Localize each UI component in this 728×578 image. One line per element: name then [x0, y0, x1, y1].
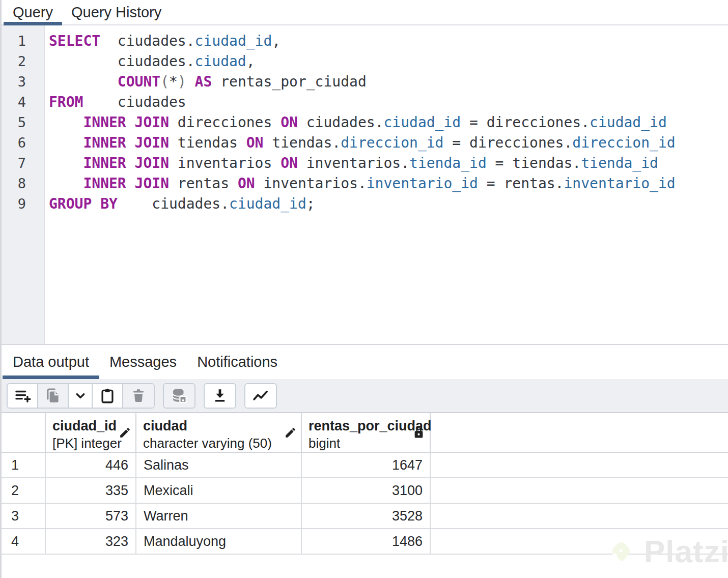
query-tool-window: Query Query History 123456789 SELECT ciu… [0, 0, 728, 578]
tab-data-output-label: Data output [13, 354, 89, 370]
code-line[interactable]: INNER JOIN rentas ON inventarios.inventa… [49, 174, 728, 194]
results-grid-header: ciudad_id[PK] integerciudadcharacter var… [2, 413, 728, 453]
cell-ciudad_id[interactable]: 323 [46, 529, 136, 554]
editor-tab-bar: Query Query History [2, 0, 728, 25]
column-name: rentas_por_ciudad [309, 417, 409, 435]
grid-bottom-rule [2, 554, 728, 555]
tab-query[interactable]: Query [4, 0, 62, 24]
code-line[interactable]: FROM ciudades [49, 92, 728, 112]
add-row-button[interactable] [8, 384, 38, 408]
line-number: 3 [2, 72, 44, 92]
chevron-down-icon [72, 388, 89, 404]
column-type: [PK] integer [52, 435, 115, 452]
results-tab-bar: Data output Messages Notifications [2, 345, 728, 379]
tab-messages-label: Messages [109, 354, 177, 370]
copy-button [38, 384, 69, 408]
cell-rentas_por_ciudad[interactable]: 1647 [302, 453, 431, 477]
toolbar-button-group [204, 383, 236, 409]
line-number: 7 [2, 153, 44, 174]
graph-visualiser-button[interactable] [245, 384, 276, 408]
code-line[interactable]: INNER JOIN inventarios ON inventarios.ti… [49, 153, 728, 174]
data-output-toolbar [2, 379, 728, 413]
cell-ciudad_id[interactable]: 446 [46, 453, 136, 477]
pencil-icon [119, 426, 131, 439]
cell-ciudad_id[interactable]: 335 [46, 478, 136, 503]
chart-icon [251, 387, 270, 405]
tab-messages[interactable]: Messages [99, 345, 187, 379]
line-number: 9 [2, 194, 44, 214]
line-number: 5 [2, 112, 44, 133]
toolbar-button-group [7, 383, 155, 409]
tab-query-history[interactable]: Query History [62, 0, 171, 24]
save-data-icon [171, 387, 188, 404]
line-number: 4 [2, 92, 44, 112]
table-row: 3573Warren3528 [2, 504, 728, 529]
line-number-gutter: 123456789 [2, 25, 45, 344]
paste-button[interactable] [93, 384, 123, 408]
code-line[interactable]: COUNT(*) AS rentas_por_ciudad [49, 72, 728, 92]
pencil-icon [284, 426, 297, 439]
download-icon [211, 387, 229, 404]
column-type: character varying (50) [143, 435, 281, 452]
cell-ciudad[interactable]: Salinas [136, 453, 302, 477]
save-data-changes-button [164, 384, 194, 408]
paste-icon [99, 387, 116, 404]
line-number: 6 [2, 133, 44, 153]
table-row: 4323Mandaluyong1486 [2, 529, 728, 555]
code-line[interactable]: INNER JOIN direcciones ON ciudades.ciuda… [49, 112, 728, 133]
column-header-rentas_por_ciudad[interactable]: rentas_por_ciudadbigint [302, 413, 431, 452]
results-grid: 1446Salinas16472335Mexicali31003573Warre… [2, 453, 728, 555]
cell-ciudad[interactable]: Mandaluyong [136, 529, 302, 554]
pencil-icon-wrap [119, 426, 131, 441]
download-results-button[interactable] [205, 384, 235, 408]
row-number[interactable]: 4 [2, 529, 46, 554]
code-line[interactable]: GROUP BY ciudades.ciudad_id; [49, 194, 728, 214]
code-line[interactable]: SELECT ciudades.ciudad_id, [49, 31, 728, 51]
toolbar-button-group [244, 383, 277, 409]
sql-code-area[interactable]: SELECT ciudades.ciudad_id, ciudades.ciud… [45, 25, 728, 344]
copy-icon [44, 387, 62, 404]
cell-rentas_por_ciudad[interactable]: 3100 [302, 478, 431, 503]
lock-icon [412, 426, 426, 440]
cell-ciudad[interactable]: Warren [136, 504, 302, 528]
delete-button [123, 384, 154, 408]
line-number: 1 [2, 31, 44, 51]
line-number: 8 [2, 174, 44, 194]
toolbar-button-group [163, 383, 195, 409]
row-number[interactable]: 3 [2, 504, 46, 528]
tab-query-history-label: Query History [71, 4, 161, 21]
row-number[interactable]: 2 [2, 478, 46, 503]
row-number[interactable]: 1 [2, 453, 46, 477]
column-header-ciudad[interactable]: ciudadcharacter varying (50) [136, 413, 302, 452]
add-row-icon [14, 387, 31, 404]
cell-ciudad[interactable]: Mexicali [136, 478, 302, 503]
pencil-icon-wrap [284, 426, 297, 441]
sql-editor[interactable]: 123456789 SELECT ciudades.ciudad_id, ciu… [2, 25, 728, 345]
tab-notifications[interactable]: Notifications [187, 345, 288, 379]
cell-rentas_por_ciudad[interactable]: 3528 [302, 504, 431, 528]
column-name: ciudad [143, 417, 281, 435]
copy-options-button[interactable] [69, 384, 93, 408]
code-line[interactable]: INNER JOIN tiendas ON tiendas.direccion_… [49, 133, 728, 153]
tab-notifications-label: Notifications [197, 354, 277, 370]
row-number-header[interactable] [2, 413, 46, 452]
tab-query-label: Query [13, 4, 53, 21]
table-row: 1446Salinas1647 [2, 453, 728, 478]
code-line[interactable]: ciudades.ciudad, [49, 51, 728, 72]
cell-ciudad_id[interactable]: 573 [46, 504, 136, 528]
tab-data-output[interactable]: Data output [3, 345, 99, 379]
cell-rentas_por_ciudad[interactable]: 1486 [302, 529, 431, 554]
lock-icon-wrap [412, 426, 426, 442]
column-name: ciudad_id [52, 417, 115, 435]
line-number: 2 [2, 51, 44, 72]
column-header-ciudad_id[interactable]: ciudad_id[PK] integer [46, 413, 136, 452]
table-row: 2335Mexicali3100 [2, 478, 728, 504]
delete-icon [130, 388, 147, 404]
column-type: bigint [309, 435, 409, 452]
